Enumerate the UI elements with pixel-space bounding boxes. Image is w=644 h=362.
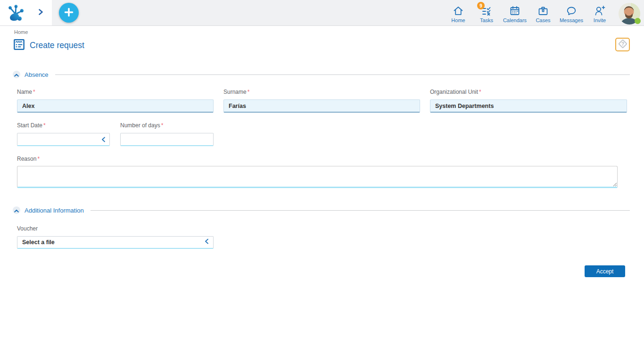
start-date-label: Start Date* xyxy=(17,122,110,129)
page-title-row: Create request xyxy=(14,39,644,52)
reason-textarea[interactable] xyxy=(17,166,618,188)
org-unit-input[interactable] xyxy=(430,99,627,113)
reason-field-group: Reason* xyxy=(17,156,644,190)
help-diamond-icon: ? xyxy=(618,39,628,50)
bizagi-logo-icon[interactable] xyxy=(6,3,25,22)
number-of-days-input[interactable] xyxy=(120,133,214,146)
nav-home-label: Home xyxy=(451,17,465,23)
nav-invite[interactable]: Invite xyxy=(586,5,614,23)
page-title: Create request xyxy=(30,41,84,50)
voucher-file-picker[interactable]: Select a file xyxy=(17,236,214,249)
main-content: Home Create request ? xyxy=(0,26,644,277)
required-asterisk: * xyxy=(33,89,35,95)
file-picker-chevron-icon xyxy=(204,238,210,247)
message-icon xyxy=(566,5,577,16)
additional-section-header: Additional Information xyxy=(13,206,630,214)
collapse-additional-button[interactable] xyxy=(13,206,20,214)
required-asterisk: * xyxy=(37,156,40,162)
logo-area xyxy=(0,0,52,25)
chevron-up-icon xyxy=(14,71,19,78)
top-nav: Home 9 Tasks xyxy=(444,1,644,25)
nav-invite-label: Invite xyxy=(594,17,606,23)
reason-label: Reason* xyxy=(17,156,644,162)
chevron-right-icon xyxy=(38,8,43,17)
home-icon xyxy=(453,5,464,16)
nav-cases[interactable]: Cases xyxy=(529,5,557,23)
number-of-days-label: Number of days* xyxy=(120,122,214,129)
voucher-label: Voucher xyxy=(17,225,644,232)
surname-input[interactable] xyxy=(223,99,420,113)
nav-messages[interactable]: Messages xyxy=(557,5,586,23)
briefcase-icon xyxy=(537,5,549,16)
surname-field-group: Surname* xyxy=(223,89,420,113)
absence-section-title: Absence xyxy=(25,71,49,78)
absence-section-header: Absence xyxy=(13,71,630,78)
org-unit-label: Organizational Unit* xyxy=(430,89,627,95)
invite-icon xyxy=(594,5,605,16)
nav-tasks-label: Tasks xyxy=(480,17,493,23)
fields-row-2: Start Date* Number of days* xyxy=(17,122,644,146)
required-asterisk: * xyxy=(43,122,46,129)
surname-label: Surname* xyxy=(223,89,420,95)
top-bar: Home 9 Tasks xyxy=(0,0,644,26)
date-picker-chevron-icon[interactable] xyxy=(100,136,107,143)
section-absence: Absence Name* Surname* Organizational Un… xyxy=(0,71,644,190)
section-additional-information: Additional Information Voucher Select a … xyxy=(0,206,644,249)
tasks-icon: 9 xyxy=(481,5,492,16)
nav-messages-label: Messages xyxy=(560,17,583,23)
accept-button[interactable]: Accept xyxy=(585,265,625,277)
start-date-input[interactable] xyxy=(17,133,110,146)
fields-row-1: Name* Surname* Organizational Unit* xyxy=(17,89,644,113)
calendar-icon xyxy=(509,5,520,16)
name-input[interactable] xyxy=(17,99,214,113)
plus-icon xyxy=(64,7,74,19)
online-status-dot xyxy=(635,18,641,24)
nav-tasks[interactable]: 9 Tasks xyxy=(472,5,501,23)
nav-cases-label: Cases xyxy=(536,17,550,23)
required-asterisk: * xyxy=(248,89,250,95)
nav-calendars[interactable]: Calendars xyxy=(501,5,529,23)
start-date-field-group: Start Date* xyxy=(17,122,110,146)
number-of-days-field-group: Number of days* xyxy=(120,122,214,146)
section-divider xyxy=(55,74,630,75)
section-divider xyxy=(91,210,630,211)
collapse-absence-button[interactable] xyxy=(13,71,20,78)
voucher-field-group: Voucher Select a file xyxy=(17,225,644,249)
required-asterisk: * xyxy=(161,122,164,129)
svg-text:?: ? xyxy=(621,41,624,47)
nav-home[interactable]: Home xyxy=(444,5,472,23)
breadcrumb[interactable]: Home xyxy=(14,29,28,35)
org-unit-field-group: Organizational Unit* xyxy=(430,89,627,113)
form-actions: Accept xyxy=(0,265,625,277)
user-avatar[interactable] xyxy=(619,3,640,25)
help-button[interactable]: ? xyxy=(615,38,630,51)
nav-calendars-label: Calendars xyxy=(503,17,527,23)
chevron-up-icon xyxy=(14,207,19,214)
name-field-group: Name* xyxy=(17,89,214,113)
name-label: Name* xyxy=(17,89,214,95)
create-new-button[interactable] xyxy=(59,3,79,23)
tasks-count-badge: 9 xyxy=(477,2,485,9)
expand-menu-button[interactable] xyxy=(37,8,44,18)
request-form-icon xyxy=(14,39,25,52)
voucher-file-text: Select a file xyxy=(22,239,55,246)
required-asterisk: * xyxy=(479,89,481,95)
additional-section-title: Additional Information xyxy=(25,207,84,214)
